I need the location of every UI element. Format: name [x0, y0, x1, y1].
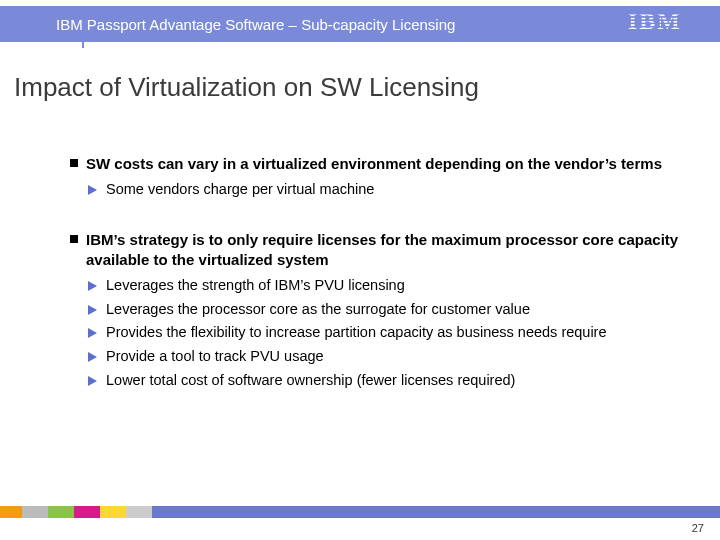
footer-stripe-segment: [48, 506, 74, 518]
page-number: 27: [692, 522, 704, 534]
bullet-level2: Leverages the strength of IBM’s PVU lice…: [70, 276, 680, 296]
slide: IBM Passport Advantage Software – Sub-ca…: [0, 0, 720, 540]
bullet-level1: SW costs can vary in a virtualized envir…: [70, 154, 680, 174]
header-divider-tick: [82, 40, 84, 48]
spacer: [70, 204, 680, 230]
footer-stripe-segment: [100, 506, 126, 518]
bullet-level2: Some vendors charge per virtual machine: [70, 180, 680, 200]
ibm-logo-icon: IBM: [628, 8, 692, 34]
footer-stripe-segment: [126, 506, 152, 518]
footer-stripe-segment: [74, 506, 100, 518]
page-title: Impact of Virtualization on SW Licensing: [14, 72, 479, 103]
footer-stripe-segment: [152, 506, 720, 518]
bullet-level2: Leverages the processor core as the surr…: [70, 300, 680, 320]
bullet-level2: Lower total cost of software ownership (…: [70, 371, 680, 391]
bullet-level2: Provide a tool to track PVU usage: [70, 347, 680, 367]
header-bar: IBM Passport Advantage Software – Sub-ca…: [0, 6, 720, 42]
svg-text:IBM: IBM: [628, 8, 682, 34]
header-text: IBM Passport Advantage Software – Sub-ca…: [56, 16, 455, 33]
footer-stripe: [0, 506, 720, 518]
footer-stripe-segment: [0, 506, 22, 518]
bullet-level2: Provides the flexibility to increase par…: [70, 323, 680, 343]
bullet-level1: IBM’s strategy is to only require licens…: [70, 230, 680, 271]
content-area: SW costs can vary in a virtualized envir…: [70, 154, 680, 394]
footer-stripe-segment: [22, 506, 48, 518]
